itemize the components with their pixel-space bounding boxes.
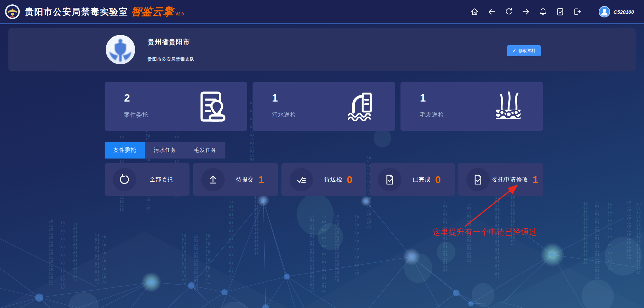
binary-rain-column: 10 01 10 01 10 01 10 01 10 01 10 01 10 0… (594, 200, 600, 279)
filter-label: 全部委托 (150, 176, 174, 183)
stat-value: 1 (420, 92, 426, 104)
stat-card-hair[interactable]: 1 毛发送检 (400, 82, 543, 131)
home-button[interactable] (470, 7, 479, 16)
binary-rain-column: 10 01 10 01 10 01 10 01 10 01 10 01 10 0… (101, 235, 107, 284)
stat-card-sewage[interactable]: 1 污水送检 (253, 82, 395, 131)
brand-area: 贵阳市公安局禁毒实验室 智鉴云擎 V2.0 (5, 4, 184, 19)
tab-case-commission[interactable]: 案件委托 (105, 142, 145, 159)
upload-icon (201, 168, 225, 191)
filter-label: 已完成 (413, 176, 431, 183)
profile-avatar (106, 35, 135, 64)
reset-icon (113, 168, 136, 191)
stat-label: 毛发送检 (420, 111, 444, 119)
filter-count: 1 (258, 175, 264, 185)
edit-profile-label: 修改资料 (519, 48, 535, 54)
stat-value: 1 (272, 92, 278, 104)
checklist-icon (289, 168, 313, 191)
profile-panel: 贵州省贵阳市 贵阳市公安局禁毒支队 修改资料 (8, 28, 636, 71)
header-actions: C520100 (470, 6, 634, 17)
filter-count: 0 (347, 175, 353, 185)
app-title: 贵阳市公安局禁毒实验室 (25, 6, 128, 18)
filter-label: 委托申请修改 (492, 176, 528, 183)
filter-all-commissions[interactable]: 全部委托 (105, 163, 190, 196)
stat-cards: 2 案件委托 1 污水送检 (105, 82, 543, 131)
refresh-button[interactable] (504, 7, 513, 16)
profile-region-name: 贵州省贵阳市 (148, 38, 190, 47)
edit-profile-button[interactable]: 修改资料 (507, 45, 541, 56)
header-divider (590, 7, 590, 16)
user-avatar (599, 6, 610, 17)
top-header: 贵阳市公安局禁毒实验室 智鉴云擎 V2.0 (0, 0, 644, 24)
binary-rain-column: 10 01 10 01 10 01 10 01 10 01 10 01 10 0… (60, 221, 66, 290)
annotation-text: 这里提升有一个申请已经通过 (432, 227, 537, 237)
stat-label: 污水送检 (272, 111, 296, 119)
sewage-pipe-icon (345, 90, 376, 123)
back-button[interactable] (487, 7, 496, 16)
filter-pending-submit[interactable]: 待提交 1 (193, 163, 278, 196)
case-document-icon (197, 90, 228, 123)
police-badge-logo (5, 4, 20, 19)
filter-pending-inspection[interactable]: 待送检 0 (281, 163, 366, 196)
binary-rain-column: 10 01 10 01 10 01 10 01 10 01 10 01 10 0… (205, 234, 211, 284)
pencil-icon (513, 48, 517, 53)
binary-rain-column: 10 01 10 01 10 01 10 01 10 01 10 01 10 0… (72, 223, 78, 282)
binary-rain-column: 10 01 10 01 10 01 10 01 10 01 10 01 10 0… (94, 234, 100, 286)
binary-rain-column: 10 01 10 01 10 01 10 01 10 01 10 01 10 0… (626, 200, 632, 259)
document-check-icon (466, 168, 490, 191)
hair-follicle-icon (493, 90, 524, 123)
binary-rain-column: 10 01 10 01 10 01 10 01 10 01 10 01 10 0… (583, 202, 589, 264)
filter-cards: 全部委托 待提交 1 待送检 (105, 163, 543, 196)
binary-rain-column: 10 01 10 01 10 01 10 01 10 01 10 01 10 0… (607, 203, 613, 270)
forward-button[interactable] (522, 7, 530, 16)
stat-value: 2 (124, 92, 130, 104)
version-label: V2.0 (175, 12, 184, 16)
task-tabs: 案件委托 污水任务 毛发任务 (105, 142, 225, 159)
filter-commission-modify-request[interactable]: 委托申请修改 1 (458, 163, 543, 196)
binary-rain-column: 10 01 10 01 10 01 10 01 10 01 10 01 10 0… (334, 214, 340, 282)
filter-count: 1 (533, 175, 538, 185)
binary-rain-column: 10 01 10 01 10 01 10 01 10 01 10 01 10 0… (321, 216, 327, 292)
tab-hair-task[interactable]: 毛发任务 (185, 142, 225, 159)
binary-rain-column: 10 01 10 01 10 01 10 01 10 01 10 01 10 0… (181, 234, 187, 286)
binary-rain-column: 10 01 10 01 10 01 10 01 10 01 10 01 10 0… (228, 201, 234, 278)
binary-rain-column: 10 01 10 01 10 01 10 01 10 01 10 01 10 0… (193, 235, 199, 290)
brand-logo-text: 智鉴云擎 (130, 5, 174, 19)
profile-department: 贵阳市公安局禁毒支队 (148, 56, 195, 62)
filter-count: 0 (435, 175, 441, 185)
tab-sewage-task[interactable]: 污水任务 (145, 142, 185, 159)
binary-rain-column: 10 01 10 01 10 01 10 01 10 01 10 01 10 0… (48, 220, 54, 285)
filter-label: 待提交 (236, 176, 254, 183)
todo-check-button[interactable] (556, 7, 565, 16)
binary-rain-column: 10 01 10 01 10 01 10 01 10 01 10 01 10 0… (354, 215, 360, 275)
binary-rain-column: 10 01 10 01 10 01 10 01 10 01 10 01 10 0… (636, 202, 642, 274)
filter-completed[interactable]: 已完成 0 (370, 163, 455, 196)
document-check-icon (378, 168, 401, 191)
app: 10 01 10 01 10 01 10 01 10 01 10 01 10 0… (0, 0, 644, 308)
stat-card-case[interactable]: 2 案件委托 (105, 82, 247, 131)
stat-label: 案件委托 (124, 111, 148, 119)
user-menu[interactable]: C520100 (599, 6, 634, 17)
notifications-bell-button[interactable] (539, 7, 547, 16)
filter-label: 待送检 (324, 176, 342, 183)
logout-button[interactable] (573, 7, 582, 16)
username: C520100 (613, 9, 634, 15)
binary-rain-column: 10 01 10 01 10 01 10 01 10 01 10 01 10 0… (309, 214, 315, 292)
binary-rain-column: 10 01 10 01 10 01 10 01 10 01 10 01 10 0… (254, 188, 260, 255)
